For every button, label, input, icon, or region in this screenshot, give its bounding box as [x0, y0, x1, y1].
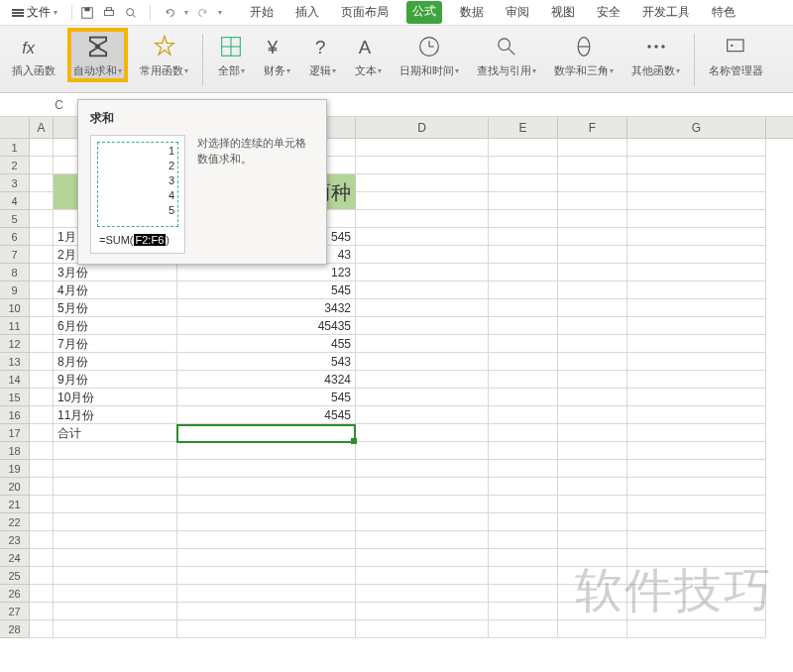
- cell[interactable]: 8月份: [54, 353, 177, 371]
- cell[interactable]: [627, 531, 766, 549]
- cell[interactable]: [558, 174, 627, 192]
- cell[interactable]: [558, 478, 627, 496]
- text-button[interactable]: A 文本▾: [350, 30, 386, 80]
- row-header[interactable]: 2: [0, 157, 30, 174]
- cell[interactable]: [30, 353, 54, 371]
- cell[interactable]: [356, 389, 489, 406]
- cell[interactable]: [489, 192, 558, 210]
- cell[interactable]: [489, 389, 558, 406]
- cell[interactable]: [54, 442, 177, 460]
- cell[interactable]: [627, 353, 766, 371]
- cell[interactable]: 6月份: [54, 317, 177, 335]
- cell[interactable]: 455: [177, 335, 356, 353]
- cell[interactable]: [30, 281, 54, 299]
- cell[interactable]: [54, 513, 177, 531]
- tab-special[interactable]: 特色: [708, 1, 739, 24]
- cell[interactable]: [489, 531, 558, 549]
- cell[interactable]: [54, 549, 177, 567]
- cell[interactable]: [30, 335, 54, 353]
- cell[interactable]: [558, 246, 627, 264]
- cell[interactable]: [356, 406, 489, 424]
- row-header[interactable]: 22: [0, 513, 30, 531]
- cell[interactable]: [30, 246, 54, 264]
- cell[interactable]: [558, 585, 627, 603]
- cell[interactable]: [558, 424, 627, 442]
- cell[interactable]: [356, 442, 489, 460]
- row-header[interactable]: 4: [0, 192, 30, 210]
- row-header[interactable]: 20: [0, 478, 30, 496]
- row-header[interactable]: 26: [0, 585, 30, 603]
- cell[interactable]: [558, 389, 627, 406]
- cell[interactable]: [356, 353, 489, 371]
- print-icon[interactable]: [102, 6, 116, 20]
- col-header-e[interactable]: E: [489, 117, 558, 138]
- cell[interactable]: 545: [177, 389, 356, 406]
- row-header[interactable]: 15: [0, 389, 30, 406]
- cell[interactable]: [30, 139, 54, 157]
- cell[interactable]: [356, 567, 489, 585]
- cell[interactable]: [54, 585, 177, 603]
- cell[interactable]: [489, 139, 558, 157]
- cell[interactable]: 3432: [177, 299, 356, 317]
- cell[interactable]: [627, 513, 766, 531]
- row-header[interactable]: 9: [0, 281, 30, 299]
- row-header[interactable]: 10: [0, 299, 30, 317]
- row-header[interactable]: 5: [0, 210, 30, 228]
- cell[interactable]: [54, 531, 177, 549]
- tab-formula[interactable]: 公式: [406, 1, 442, 24]
- cell[interactable]: [356, 228, 489, 246]
- col-header-f[interactable]: F: [558, 117, 627, 138]
- cell[interactable]: [177, 549, 356, 567]
- cell[interactable]: [489, 460, 558, 478]
- cell[interactable]: [489, 567, 558, 585]
- cell[interactable]: 9月份: [54, 371, 177, 389]
- cell[interactable]: [558, 353, 627, 371]
- print-preview-icon[interactable]: [124, 6, 138, 20]
- cell[interactable]: [558, 442, 627, 460]
- row-header[interactable]: 17: [0, 424, 30, 442]
- tab-review[interactable]: 审阅: [502, 1, 533, 24]
- cell[interactable]: [627, 157, 766, 174]
- col-header-g[interactable]: G: [627, 117, 766, 138]
- cell[interactable]: [356, 496, 489, 513]
- cell[interactable]: [356, 513, 489, 531]
- cell[interactable]: 3月份: [54, 264, 177, 281]
- row-header[interactable]: 1: [0, 139, 30, 157]
- cell[interactable]: [627, 281, 766, 299]
- cell[interactable]: [177, 567, 356, 585]
- cell[interactable]: [489, 210, 558, 228]
- cell[interactable]: [558, 299, 627, 317]
- cell[interactable]: 10月份: [54, 389, 177, 406]
- row-header[interactable]: 6: [0, 228, 30, 246]
- save-icon[interactable]: [80, 6, 94, 20]
- cell[interactable]: [54, 496, 177, 513]
- cell[interactable]: [558, 192, 627, 210]
- cell[interactable]: [30, 496, 54, 513]
- cell[interactable]: [627, 424, 766, 442]
- row-header[interactable]: 27: [0, 603, 30, 620]
- cell[interactable]: [558, 513, 627, 531]
- cell[interactable]: [627, 389, 766, 406]
- cell[interactable]: [356, 317, 489, 335]
- col-header-a[interactable]: A: [30, 117, 54, 138]
- cell[interactable]: [627, 496, 766, 513]
- cell[interactable]: [558, 406, 627, 424]
- cell[interactable]: [177, 460, 356, 478]
- cell[interactable]: [30, 210, 54, 228]
- row-header[interactable]: 21: [0, 496, 30, 513]
- cell[interactable]: [177, 603, 356, 620]
- cell[interactable]: [489, 246, 558, 264]
- cell[interactable]: [356, 620, 489, 638]
- cell[interactable]: [30, 174, 54, 192]
- datetime-button[interactable]: 日期和时间▾: [396, 30, 463, 80]
- cell[interactable]: [558, 460, 627, 478]
- tab-data[interactable]: 数据: [456, 1, 488, 24]
- cell[interactable]: [627, 139, 766, 157]
- tab-view[interactable]: 视图: [547, 1, 579, 24]
- cell[interactable]: [627, 317, 766, 335]
- cell[interactable]: [177, 424, 356, 442]
- cell[interactable]: [356, 371, 489, 389]
- cell[interactable]: [558, 228, 627, 246]
- cell[interactable]: [30, 460, 54, 478]
- cell[interactable]: [356, 139, 489, 157]
